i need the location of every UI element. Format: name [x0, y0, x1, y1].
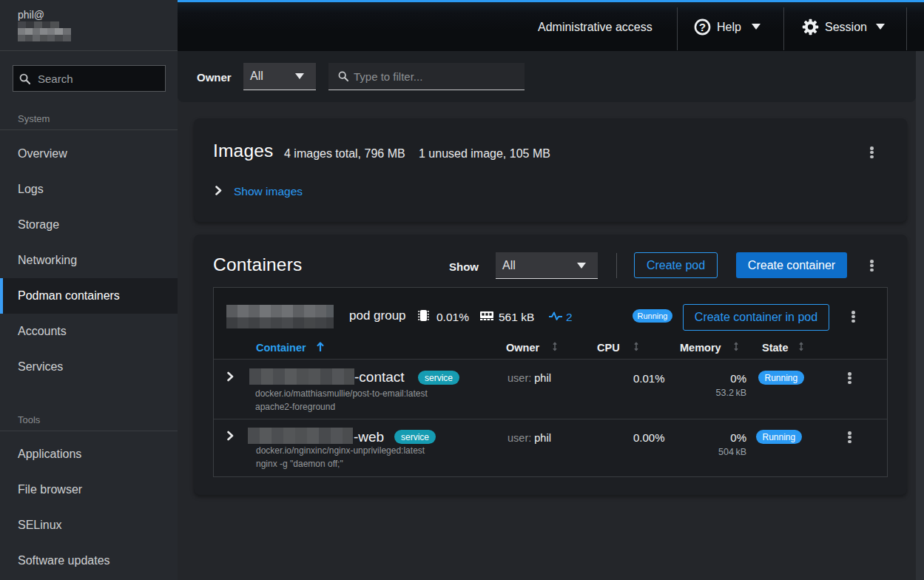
- svg-text:?: ?: [699, 21, 706, 33]
